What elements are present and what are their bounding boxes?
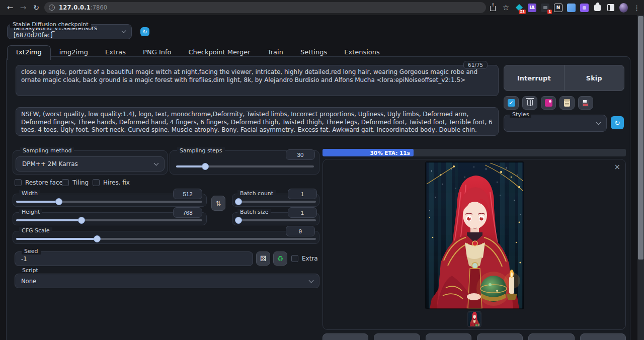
prompt-input[interactable]: close up angle, portrait of a beautiful … — [16, 65, 499, 96]
capture-extension-icon[interactable]: 1 — [541, 4, 549, 12]
browser-extensions-area: ↑ ☆ 21 IA 1 N ⋮ — [489, 0, 641, 15]
output-action-button-1[interactable] — [323, 333, 368, 340]
apply-styles-button[interactable] — [559, 96, 575, 110]
progress-bar: 30% ETA: 11s — [323, 149, 626, 156]
url-port: :7860 — [91, 4, 107, 11]
tab-settings[interactable]: Settings — [292, 46, 336, 59]
tiling-checkbox[interactable] — [62, 179, 69, 186]
seed-value: -1 — [21, 256, 27, 263]
tiling-option[interactable]: Tiling — [62, 179, 89, 186]
sampling-steps-slider[interactable] — [176, 163, 314, 170]
interrupt-button[interactable]: Interrupt — [504, 65, 564, 91]
save-style-button[interactable] — [578, 96, 593, 110]
tab-extensions[interactable]: Extensions — [336, 46, 388, 59]
reading-panel-icon[interactable] — [606, 4, 615, 12]
batch-size-input[interactable] — [288, 207, 317, 218]
output-action-button-5[interactable] — [528, 333, 574, 340]
tab-png-info[interactable]: PNG Info — [134, 46, 180, 59]
batch-count-input[interactable] — [288, 189, 317, 199]
cfg-scale-slider[interactable] — [16, 235, 316, 242]
batch-count-label: Batch count — [237, 190, 276, 197]
output-action-button-3[interactable] — [426, 333, 471, 340]
clear-prompt-button[interactable] — [522, 96, 537, 110]
sampling-steps-block: Sampling steps — [170, 150, 319, 175]
chevron-down-icon — [596, 120, 601, 125]
reuse-seed-button[interactable]: ♻ — [273, 251, 287, 266]
share-icon[interactable]: ↑ — [489, 4, 497, 12]
address-bar[interactable]: i 127.0.0.1 :7860 — [44, 2, 486, 13]
tab-extras[interactable]: Extras — [97, 46, 134, 59]
scrollbar-thumb[interactable] — [638, 16, 643, 260]
extra-seed-checkbox[interactable] — [291, 255, 298, 262]
site-info-icon[interactable]: i — [49, 5, 55, 11]
purple-extension-icon[interactable] — [580, 4, 589, 12]
script-value: None — [21, 278, 36, 285]
seed-input[interactable]: -1 — [15, 251, 253, 266]
tab-train[interactable]: Train — [259, 46, 292, 59]
width-input[interactable] — [173, 189, 202, 199]
extra-seed-option[interactable]: Extra — [291, 255, 318, 262]
url-host: 127.0.0.1 — [59, 4, 91, 11]
chevron-down-icon — [154, 161, 159, 166]
notion-extension-icon[interactable]: N — [554, 4, 562, 12]
height-label: Height — [19, 209, 42, 215]
floppy-disk-icon — [582, 100, 589, 107]
close-preview-icon[interactable]: × — [614, 162, 620, 172]
tiling-label: Tiling — [72, 179, 89, 186]
tab-checkpoint-merger[interactable]: Checkpoint Merger — [180, 46, 259, 59]
random-seed-button[interactable]: ⚄ — [256, 251, 270, 266]
bookmark-star-icon[interactable]: ☆ — [502, 4, 510, 12]
checkpoint-refresh-button[interactable]: ↻ — [140, 27, 149, 36]
forward-icon[interactable]: → — [17, 0, 29, 15]
generated-image[interactable] — [426, 162, 524, 309]
reload-icon[interactable]: ↻ — [30, 0, 42, 15]
restore-faces-checkbox[interactable] — [15, 179, 22, 186]
browser-menu-icon[interactable]: ⋮ — [632, 4, 641, 12]
sampling-method-label: Sampling method — [20, 147, 74, 154]
restore-faces-option[interactable]: Restore faces — [15, 179, 66, 186]
negative-prompt-input[interactable]: NSFW, (worst quality, low quality:1.4), … — [16, 107, 499, 136]
capture-extension-badge: 1 — [547, 10, 552, 14]
swap-dimensions-button[interactable]: ⇅ — [211, 196, 225, 211]
batch-count-slider[interactable] — [235, 198, 316, 205]
extra-networks-button[interactable] — [541, 96, 556, 110]
height-slider[interactable] — [16, 217, 202, 224]
script-dropdown[interactable]: None — [15, 274, 319, 288]
styles-refresh-button[interactable]: ↻ — [611, 116, 624, 129]
profile-avatar[interactable] — [619, 4, 628, 12]
chevron-down-icon — [309, 278, 314, 283]
sampling-method-value: DPM++ 2M Karras — [22, 160, 78, 167]
extensions-puzzle-icon[interactable] — [593, 4, 602, 12]
batch-size-slider[interactable] — [235, 217, 316, 224]
paste-prompt-button[interactable]: ↙ — [504, 96, 519, 110]
width-slider[interactable] — [16, 198, 202, 205]
recycle-icon: ♻ — [277, 254, 284, 263]
sampling-steps-label: Sampling steps — [177, 147, 225, 154]
paste-arrow-icon: ↙ — [508, 99, 515, 107]
tab-txt2img[interactable]: txt2img — [7, 45, 51, 60]
output-action-button-2[interactable] — [374, 333, 420, 340]
back-icon[interactable]: ← — [4, 0, 16, 15]
checkpoint-label: Stable Diffusion checkpoint — [10, 21, 91, 28]
script-label: Script — [20, 267, 41, 274]
ia-extension-icon[interactable]: IA — [528, 4, 536, 12]
tab-img2img[interactable]: img2img — [51, 46, 97, 59]
blue-extension-icon[interactable] — [567, 4, 576, 12]
token-counter: 61/75 — [463, 61, 488, 69]
pin-extension-icon[interactable]: 21 — [515, 4, 523, 12]
height-input[interactable] — [173, 207, 202, 218]
output-action-button-6[interactable] — [580, 333, 626, 340]
sampling-steps-input[interactable] — [286, 149, 315, 160]
hires-fix-option[interactable]: Hires. fix — [93, 179, 130, 186]
skip-button[interactable]: Skip — [564, 65, 624, 91]
palette-icon — [545, 99, 552, 107]
styles-label: Styles — [510, 111, 531, 118]
dice-icon: ⚄ — [260, 254, 266, 263]
hires-fix-checkbox[interactable] — [93, 179, 100, 186]
cfg-scale-input[interactable] — [286, 226, 315, 236]
hires-fix-label: Hires. fix — [103, 179, 130, 186]
output-action-button-4[interactable] — [477, 333, 523, 340]
sampling-method-dropdown[interactable]: DPM++ 2M Karras — [16, 156, 165, 172]
page-scrollbar[interactable] — [637, 15, 644, 340]
gallery-thumbnail[interactable] — [468, 312, 480, 326]
